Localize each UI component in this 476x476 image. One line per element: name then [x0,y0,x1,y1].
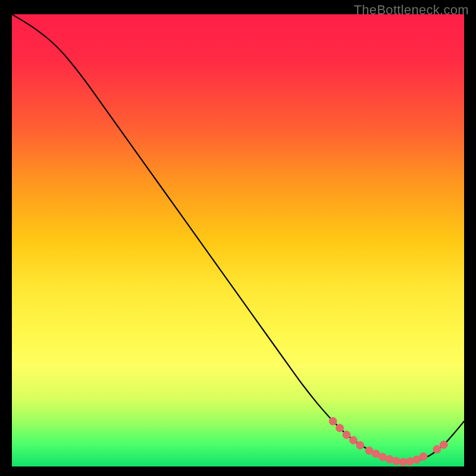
highlight-dot [356,441,364,449]
highlight-dot [393,457,400,465]
highlight-dot [343,431,350,439]
watermark-text: TheBottleneck.com [354,2,469,18]
highlight-dot [440,441,447,449]
highlight-dot [419,453,427,461]
highlight-dot [406,458,414,465]
highlight-dots-group [329,418,447,466]
chart-plot-area [12,14,464,466]
highlight-dot [433,446,441,453]
chart-svg [12,14,464,466]
highlight-dot [329,418,337,425]
bottleneck-curve [12,14,464,462]
highlight-dot [336,424,344,432]
highlight-dot [349,436,357,444]
chart-frame: TheBottleneck.com [0,0,476,476]
highlight-dot [386,455,393,463]
